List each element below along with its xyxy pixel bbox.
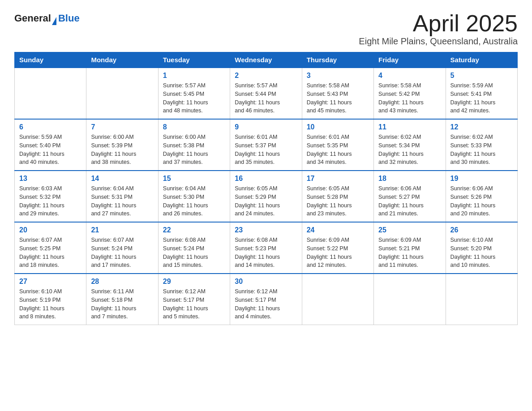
day-number: 26 xyxy=(450,226,513,234)
calendar-header-thursday: Thursday xyxy=(302,52,373,68)
day-number: 4 xyxy=(378,72,441,80)
day-number: 2 xyxy=(235,72,297,80)
calendar-cell: 5Sunrise: 5:59 AMSunset: 5:41 PMDaylight… xyxy=(446,68,517,119)
day-info: Sunrise: 6:10 AMSunset: 5:19 PMDaylight:… xyxy=(19,287,82,321)
calendar-header-wednesday: Wednesday xyxy=(230,52,302,68)
day-info: Sunrise: 5:59 AMSunset: 5:41 PMDaylight:… xyxy=(450,81,513,115)
calendar-cell: 22Sunrise: 6:08 AMSunset: 5:24 PMDayligh… xyxy=(158,222,230,274)
calendar-cell: 10Sunrise: 6:01 AMSunset: 5:35 PMDayligh… xyxy=(302,119,373,171)
day-number: 10 xyxy=(307,123,369,131)
calendar-cell: 26Sunrise: 6:10 AMSunset: 5:20 PMDayligh… xyxy=(446,222,517,274)
day-info: Sunrise: 6:05 AMSunset: 5:29 PMDaylight:… xyxy=(235,184,297,218)
day-info: Sunrise: 6:04 AMSunset: 5:30 PMDaylight:… xyxy=(163,184,225,218)
logo-general: General xyxy=(14,13,51,24)
calendar-header-saturday: Saturday xyxy=(446,52,517,68)
day-info: Sunrise: 6:02 AMSunset: 5:33 PMDaylight:… xyxy=(450,133,513,167)
day-number: 11 xyxy=(378,123,441,131)
day-info: Sunrise: 6:00 AMSunset: 5:39 PMDaylight:… xyxy=(91,133,153,167)
calendar-cell: 1Sunrise: 5:57 AMSunset: 5:45 PMDaylight… xyxy=(158,68,230,119)
calendar-header-sunday: Sunday xyxy=(15,52,86,68)
day-info: Sunrise: 5:58 AMSunset: 5:43 PMDaylight:… xyxy=(307,81,369,115)
logo: General Blue xyxy=(14,13,80,24)
day-info: Sunrise: 5:58 AMSunset: 5:42 PMDaylight:… xyxy=(378,81,441,115)
calendar-header-monday: Monday xyxy=(86,52,158,68)
calendar-cell: 9Sunrise: 6:01 AMSunset: 5:37 PMDaylight… xyxy=(230,119,302,171)
calendar-cell xyxy=(15,68,86,119)
calendar-week-row: 6Sunrise: 5:59 AMSunset: 5:40 PMDaylight… xyxy=(15,119,518,171)
day-number: 8 xyxy=(163,123,225,131)
day-number: 30 xyxy=(235,278,297,286)
calendar-cell: 12Sunrise: 6:02 AMSunset: 5:33 PMDayligh… xyxy=(446,119,517,171)
day-info: Sunrise: 5:57 AMSunset: 5:45 PMDaylight:… xyxy=(163,81,225,115)
calendar-table: SundayMondayTuesdayWednesdayThursdayFrid… xyxy=(14,52,518,325)
day-info: Sunrise: 6:00 AMSunset: 5:38 PMDaylight:… xyxy=(163,133,225,167)
day-info: Sunrise: 6:09 AMSunset: 5:21 PMDaylight:… xyxy=(378,236,441,270)
calendar-cell: 8Sunrise: 6:00 AMSunset: 5:38 PMDaylight… xyxy=(158,119,230,171)
calendar-cell: 2Sunrise: 5:57 AMSunset: 5:44 PMDaylight… xyxy=(230,68,302,119)
day-number: 1 xyxy=(163,72,225,80)
day-number: 12 xyxy=(450,123,513,131)
calendar-cell: 7Sunrise: 6:00 AMSunset: 5:39 PMDaylight… xyxy=(86,119,158,171)
calendar-header-friday: Friday xyxy=(374,52,446,68)
day-number: 15 xyxy=(163,175,225,183)
day-info: Sunrise: 5:57 AMSunset: 5:44 PMDaylight:… xyxy=(235,81,297,115)
calendar-week-row: 1Sunrise: 5:57 AMSunset: 5:45 PMDaylight… xyxy=(15,68,518,119)
day-info: Sunrise: 6:09 AMSunset: 5:22 PMDaylight:… xyxy=(307,236,369,270)
page-header: General Blue April 2025 Eight Mile Plain… xyxy=(14,11,518,47)
calendar-header-row: SundayMondayTuesdayWednesdayThursdayFrid… xyxy=(15,52,518,68)
day-info: Sunrise: 6:01 AMSunset: 5:35 PMDaylight:… xyxy=(307,133,369,167)
calendar-cell xyxy=(374,274,446,325)
logo-blue: Blue xyxy=(58,13,80,24)
day-info: Sunrise: 5:59 AMSunset: 5:40 PMDaylight:… xyxy=(19,133,82,167)
day-info: Sunrise: 6:07 AMSunset: 5:24 PMDaylight:… xyxy=(91,236,153,270)
day-number: 22 xyxy=(163,226,225,234)
day-info: Sunrise: 6:04 AMSunset: 5:31 PMDaylight:… xyxy=(91,184,153,218)
calendar-cell: 28Sunrise: 6:11 AMSunset: 5:18 PMDayligh… xyxy=(86,274,158,325)
calendar-cell: 3Sunrise: 5:58 AMSunset: 5:43 PMDaylight… xyxy=(302,68,373,119)
day-info: Sunrise: 6:03 AMSunset: 5:32 PMDaylight:… xyxy=(19,184,82,218)
day-number: 14 xyxy=(91,175,153,183)
day-info: Sunrise: 6:06 AMSunset: 5:26 PMDaylight:… xyxy=(450,184,513,218)
day-number: 18 xyxy=(378,175,441,183)
calendar-cell: 20Sunrise: 6:07 AMSunset: 5:25 PMDayligh… xyxy=(15,222,86,274)
calendar-cell: 18Sunrise: 6:06 AMSunset: 5:27 PMDayligh… xyxy=(374,171,446,222)
calendar-week-row: 20Sunrise: 6:07 AMSunset: 5:25 PMDayligh… xyxy=(15,222,518,274)
day-info: Sunrise: 6:07 AMSunset: 5:25 PMDaylight:… xyxy=(19,236,82,270)
day-number: 23 xyxy=(235,226,297,234)
calendar-cell: 14Sunrise: 6:04 AMSunset: 5:31 PMDayligh… xyxy=(86,171,158,222)
calendar-cell: 16Sunrise: 6:05 AMSunset: 5:29 PMDayligh… xyxy=(230,171,302,222)
day-info: Sunrise: 6:01 AMSunset: 5:37 PMDaylight:… xyxy=(235,133,297,167)
calendar-cell: 24Sunrise: 6:09 AMSunset: 5:22 PMDayligh… xyxy=(302,222,373,274)
day-number: 9 xyxy=(235,123,297,131)
calendar-week-row: 27Sunrise: 6:10 AMSunset: 5:19 PMDayligh… xyxy=(15,274,518,325)
calendar-cell xyxy=(86,68,158,119)
day-number: 25 xyxy=(378,226,441,234)
calendar-cell: 23Sunrise: 6:08 AMSunset: 5:23 PMDayligh… xyxy=(230,222,302,274)
day-number: 3 xyxy=(307,72,369,80)
logo-triangle-icon xyxy=(52,17,56,25)
day-info: Sunrise: 6:06 AMSunset: 5:27 PMDaylight:… xyxy=(378,184,441,218)
day-info: Sunrise: 6:05 AMSunset: 5:28 PMDaylight:… xyxy=(307,184,369,218)
day-number: 6 xyxy=(19,123,82,131)
calendar-cell: 17Sunrise: 6:05 AMSunset: 5:28 PMDayligh… xyxy=(302,171,373,222)
day-number: 29 xyxy=(163,278,225,286)
day-number: 21 xyxy=(91,226,153,234)
day-number: 17 xyxy=(307,175,369,183)
calendar-cell: 25Sunrise: 6:09 AMSunset: 5:21 PMDayligh… xyxy=(374,222,446,274)
calendar-header-tuesday: Tuesday xyxy=(158,52,230,68)
calendar-cell: 21Sunrise: 6:07 AMSunset: 5:24 PMDayligh… xyxy=(86,222,158,274)
day-info: Sunrise: 6:12 AMSunset: 5:17 PMDaylight:… xyxy=(235,287,297,321)
page-subtitle: Eight Mile Plains, Queensland, Australia xyxy=(359,36,518,47)
day-number: 5 xyxy=(450,72,513,80)
title-block: April 2025 Eight Mile Plains, Queensland… xyxy=(359,11,518,47)
day-number: 20 xyxy=(19,226,82,234)
day-info: Sunrise: 6:12 AMSunset: 5:17 PMDaylight:… xyxy=(163,287,225,321)
calendar-cell: 19Sunrise: 6:06 AMSunset: 5:26 PMDayligh… xyxy=(446,171,517,222)
calendar-cell: 27Sunrise: 6:10 AMSunset: 5:19 PMDayligh… xyxy=(15,274,86,325)
calendar-cell: 4Sunrise: 5:58 AMSunset: 5:42 PMDaylight… xyxy=(374,68,446,119)
day-info: Sunrise: 6:08 AMSunset: 5:23 PMDaylight:… xyxy=(235,236,297,270)
day-number: 19 xyxy=(450,175,513,183)
day-number: 24 xyxy=(307,226,369,234)
day-info: Sunrise: 6:11 AMSunset: 5:18 PMDaylight:… xyxy=(91,287,153,321)
day-number: 16 xyxy=(235,175,297,183)
